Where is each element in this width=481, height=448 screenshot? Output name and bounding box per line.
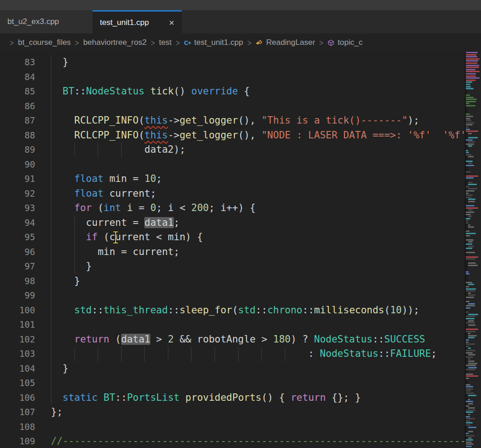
code-token: i = <box>121 202 150 213</box>
code-line-102[interactable]: return (data1 > 2 && robotAngle > 180) ?… <box>51 332 465 347</box>
code-area[interactable]: } BT::NodeStatus tick() override { RCLCP… <box>51 52 465 448</box>
indent-guide <box>51 391 51 405</box>
code-line-107[interactable]: }; <box>51 405 465 420</box>
minimap-line <box>466 118 470 119</box>
code-token: RCLCPP_INFO <box>74 115 139 126</box>
code-token <box>179 392 185 403</box>
breadcrumb-item-bt_course_files[interactable]: bt_course_files <box>18 38 71 47</box>
minimap-line <box>466 177 474 179</box>
indent-guide <box>51 259 51 274</box>
error-squiggle-token: this <box>144 115 168 126</box>
code-line-87[interactable]: RCLCPP_INFO(this->get_logger(), "This is… <box>51 113 465 128</box>
breadcrumb-chevron-icon: > <box>10 37 14 47</box>
breadcrumb-chevron-icon: > <box>176 37 180 47</box>
minimap-line <box>466 290 475 292</box>
code-line-94[interactable]: current = data1; <box>51 216 465 230</box>
close-icon[interactable]: × <box>168 18 175 27</box>
class-icon <box>255 39 263 46</box>
code-token: 2 <box>168 334 174 345</box>
code-token: ); <box>407 115 419 126</box>
code-line-99[interactable] <box>51 288 465 303</box>
code-token: NodeStatus <box>86 86 144 97</box>
minimap-line <box>466 124 473 125</box>
code-line-83[interactable]: } <box>51 55 465 70</box>
minimap-line <box>466 65 479 66</box>
minimap-line <box>466 239 474 241</box>
code-token: } <box>51 56 68 68</box>
breadcrumb-label: topic_c <box>338 38 363 47</box>
minimap-line <box>466 410 475 411</box>
code-token: if <box>86 231 98 243</box>
minimap-line <box>466 54 476 56</box>
breadcrumb-item-ReadingLaser[interactable]: ReadingLaser <box>255 38 315 47</box>
breadcrumb-item-test[interactable]: test <box>159 38 172 47</box>
code-line-89[interactable]: data2); <box>51 143 465 157</box>
code-token: "This is a tick()-------" <box>261 115 407 126</box>
minimap-line <box>466 175 478 177</box>
code-line-109[interactable]: //--------------------------------------… <box>51 434 465 448</box>
code-line-92[interactable]: float current; <box>51 187 465 201</box>
minimap-line <box>468 303 475 305</box>
code-token: NodeStatus <box>314 334 372 345</box>
minimap-line <box>466 220 469 221</box>
code-line-100[interactable]: std::this_thread::sleep_for(std::chrono:… <box>51 303 465 318</box>
breadcrumb-item-topic_c[interactable]: topic_c <box>327 38 363 47</box>
line-number: 92 <box>0 187 51 201</box>
code-line-85[interactable]: BT::NodeStatus tick() override { <box>51 84 465 99</box>
editor: 8384858687888990919293949596979899100101… <box>0 52 481 448</box>
code-line-93[interactable]: for (int i = 0; i < 200; i++) { <box>51 201 465 216</box>
breadcrumb-item-behaviortree_ros2[interactable]: behaviortree_ros2 <box>83 38 147 47</box>
breadcrumb-label: test <box>159 38 172 47</box>
code-line-98[interactable]: } <box>51 274 465 289</box>
code-line-84[interactable] <box>51 70 465 85</box>
code-line-103[interactable]: : NodeStatus::FAILURE; <box>51 347 465 361</box>
minimap-line <box>466 373 473 375</box>
code-line-108[interactable] <box>51 420 465 435</box>
indent-guide <box>51 317 51 332</box>
minimap-line <box>466 120 471 121</box>
indent-guide <box>51 288 51 303</box>
code-token: providedPorts <box>185 392 261 403</box>
minimap[interactable] <box>465 52 481 448</box>
line-number: 104 <box>0 361 51 376</box>
code-token: :: <box>92 305 104 316</box>
tab-test_unit1[interactable]: test_unit1.cpp × <box>92 10 182 33</box>
minimap-line <box>466 152 469 153</box>
minimap-line <box>466 273 469 274</box>
breadcrumb-item-test_unit1.cpp[interactable]: C+test_unit1.cpp <box>184 38 243 47</box>
code-token: { <box>238 86 250 97</box>
minimap-line <box>466 190 475 192</box>
minimap-line <box>468 335 477 336</box>
minimap-line <box>468 324 475 326</box>
code-token: tick <box>150 86 174 97</box>
code-line-97[interactable]: } <box>51 259 465 274</box>
minimap-line <box>466 356 473 358</box>
code-line-95[interactable]: if (current < min) { <box>51 230 465 245</box>
breadcrumb-chevron-icon: > <box>75 37 79 47</box>
code-line-90[interactable] <box>51 157 465 172</box>
code-token: this_thread <box>104 305 168 316</box>
minimap-line <box>466 129 470 130</box>
minimap-line <box>468 162 472 164</box>
code-line-104[interactable]: } <box>51 361 465 376</box>
code-token: current; <box>104 188 156 199</box>
code-line-96[interactable]: min = current; <box>51 245 465 260</box>
code-line-86[interactable] <box>51 99 465 114</box>
code-line-101[interactable] <box>51 317 465 332</box>
minimap-line <box>468 137 478 138</box>
code-line-91[interactable]: float min = 10; <box>51 172 465 187</box>
tab-bt_u2_ex3[interactable]: bt_u2_ex3.cpp <box>0 10 92 33</box>
code-token: for <box>74 202 92 213</box>
minimap-line <box>466 207 478 209</box>
indent-guide <box>51 303 51 318</box>
line-number: 83 <box>0 55 51 70</box>
minimap-line <box>468 314 478 315</box>
code-line-106[interactable]: static BT::PortsList providedPorts() { r… <box>51 391 465 405</box>
code-line-88[interactable]: RCLCPP_INFO(this->get_logger(), "NODE : … <box>51 128 465 143</box>
line-number: 107 <box>0 405 51 420</box>
code-line-105[interactable] <box>51 376 465 391</box>
code-token <box>185 86 191 97</box>
minimap-line <box>466 316 475 317</box>
minimap-line <box>466 116 473 117</box>
indent-guide <box>51 70 51 85</box>
